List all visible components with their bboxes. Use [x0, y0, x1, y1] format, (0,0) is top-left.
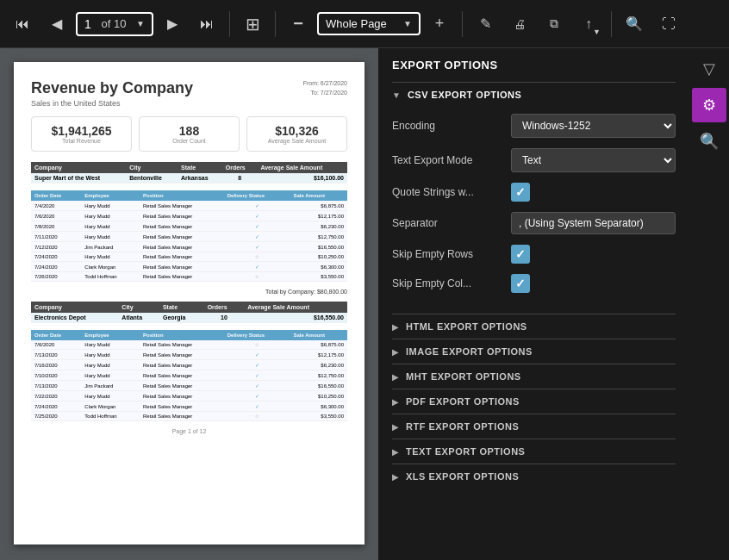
- main-toolbar: ⏮ ◀ 1 of 10 ▼ ▶ ⏭ ⊞ − Whole Page ▼ + ✎ 🖨…: [0, 0, 729, 48]
- separator-input[interactable]: [511, 212, 676, 234]
- text-toggle-icon: ▶: [392, 447, 399, 457]
- pdf-report-subtitle: Sales in the United States: [31, 99, 193, 108]
- main-area: Revenue by Company Sales in the United S…: [0, 48, 729, 560]
- page-dropdown-icon: ▼: [136, 19, 145, 28]
- pdf-section-header[interactable]: ▶ PDF EXPORT OPTIONS: [392, 389, 676, 414]
- encoding-label: Encoding: [392, 120, 504, 132]
- quote-strings-row: Quote Strings w... ✓: [392, 183, 676, 202]
- skip-empty-rows-label: Skip Empty Rows: [392, 248, 504, 260]
- pdf-metrics-row: $1,941,265 Total Revenue 188 Order Count…: [31, 116, 347, 152]
- first-page-button[interactable]: ⏮: [7, 9, 38, 40]
- zoom-selector[interactable]: Whole Page ▼: [317, 12, 421, 35]
- print-button[interactable]: 🖨: [504, 9, 535, 40]
- encoding-row: Encoding Windows-1252 UTF-8 UTF-16 ASCII: [392, 114, 676, 138]
- export-button[interactable]: ↑ ▼: [573, 9, 604, 40]
- pdf-section-label: PDF EXPORT OPTIONS: [406, 396, 520, 407]
- divider-2: [275, 11, 276, 37]
- html-section-label: HTML EXPORT OPTIONS: [406, 321, 527, 332]
- page-current-label: 1: [84, 17, 91, 31]
- search-button[interactable]: 🔍: [619, 9, 650, 40]
- pdf-metric-orders: 188 Order Count: [139, 116, 240, 152]
- right-panel-area: EXPORT OPTIONS ▼ CSV EXPORT OPTIONS Enco…: [378, 48, 729, 560]
- filter-icon: ▽: [703, 59, 715, 78]
- thumbnails-button[interactable]: ⊞: [237, 9, 268, 40]
- edit-button[interactable]: ✎: [470, 9, 501, 40]
- pdf-date-from: From: 6/27/2020: [303, 79, 347, 89]
- search-side-button[interactable]: 🔍: [692, 124, 726, 159]
- xls-section-header[interactable]: ▶ XLS EXPORT OPTIONS: [392, 464, 676, 488]
- image-section-header[interactable]: ▶ IMAGE EXPORT OPTIONS: [392, 339, 676, 364]
- pdf-metric-revenue: $1,941,265 Total Revenue: [31, 116, 132, 152]
- text-export-mode-select[interactable]: Text Value DisplayText: [511, 148, 676, 172]
- mht-section-header[interactable]: ▶ MHT EXPORT OPTIONS: [392, 364, 676, 389]
- rtf-toggle-icon: ▶: [392, 422, 399, 432]
- divider-4: [611, 11, 612, 37]
- image-toggle-icon: ▶: [392, 347, 399, 357]
- pdf-preview-area: Revenue by Company Sales in the United S…: [0, 48, 378, 560]
- xls-toggle-icon: ▶: [392, 472, 399, 482]
- export-options-panel: EXPORT OPTIONS ▼ CSV EXPORT OPTIONS Enco…: [378, 48, 689, 560]
- zoom-value-label: Whole Page: [326, 17, 387, 30]
- xls-section-label: XLS EXPORT OPTIONS: [406, 471, 519, 482]
- fullscreen-button[interactable]: ⛶: [653, 9, 684, 40]
- pdf-metric-average: $10,326 Average Sale Amount: [246, 116, 347, 152]
- encoding-select[interactable]: Windows-1252 UTF-8 UTF-16 ASCII: [511, 114, 676, 138]
- csv-section-label: CSV EXPORT OPTIONS: [408, 90, 521, 100]
- skip-empty-cols-label: Skip Empty Col...: [392, 277, 504, 289]
- divider-3: [462, 11, 463, 37]
- print-layout-button[interactable]: ⧉: [539, 9, 570, 40]
- pdf-table-group2: Company City State Orders Average Sale A…: [31, 302, 347, 323]
- text-export-mode-label: Text Export Mode: [392, 154, 504, 166]
- rtf-section-header[interactable]: ▶ RTF EXPORT OPTIONS: [392, 414, 676, 439]
- prev-page-button[interactable]: ◀: [41, 9, 72, 40]
- pdf-report-title: Revenue by Company: [31, 79, 193, 97]
- quote-strings-checkbox[interactable]: ✓: [511, 183, 530, 202]
- pdf-toggle-icon: ▶: [392, 397, 399, 407]
- mht-toggle-icon: ▶: [392, 372, 399, 382]
- text-export-mode-row: Text Export Mode Text Value DisplayText: [392, 148, 676, 172]
- csv-section-content: Encoding Windows-1252 UTF-8 UTF-16 ASCII…: [392, 107, 676, 314]
- skip-empty-cols-check-icon: ✓: [515, 277, 526, 290]
- html-toggle-icon: ▶: [392, 322, 399, 332]
- skip-empty-rows-checkbox[interactable]: ✓: [511, 245, 530, 264]
- page-selector[interactable]: 1 of 10 ▼: [76, 12, 153, 36]
- zoom-out-button[interactable]: −: [283, 9, 314, 40]
- pdf-footer: Page 1 of 12: [31, 428, 347, 434]
- side-icon-bar: ▽ ⚙ 🔍: [689, 48, 729, 560]
- separator-row: Separator: [392, 212, 676, 234]
- pdf-detail-table1: Order Date Employee Position Delivery St…: [31, 190, 347, 282]
- divider-1: [229, 11, 230, 37]
- zoom-dropdown-icon: ▼: [403, 19, 412, 28]
- filter-side-button[interactable]: ▽: [692, 52, 726, 86]
- page-total-label: of 10: [101, 17, 126, 30]
- skip-empty-rows-row: Skip Empty Rows ✓: [392, 245, 676, 264]
- rtf-section-label: RTF EXPORT OPTIONS: [406, 421, 519, 432]
- pdf-detail-table2: Order Date Employee Position Delivery St…: [31, 330, 347, 421]
- pdf-date-to: To: 7/27/2020: [303, 89, 347, 98]
- gear-side-button[interactable]: ⚙: [692, 88, 726, 122]
- pdf-page: Revenue by Company Sales in the United S…: [14, 62, 364, 544]
- last-page-button[interactable]: ⏭: [191, 9, 222, 40]
- export-panel-title: EXPORT OPTIONS: [392, 59, 676, 72]
- quote-strings-check-icon: ✓: [515, 185, 526, 199]
- image-section-label: IMAGE EXPORT OPTIONS: [406, 346, 533, 357]
- csv-section-header[interactable]: ▼ CSV EXPORT OPTIONS: [392, 82, 676, 107]
- next-page-button[interactable]: ▶: [157, 9, 188, 40]
- skip-empty-rows-check-icon: ✓: [515, 247, 526, 261]
- quote-strings-label: Quote Strings w...: [392, 186, 504, 198]
- gear-icon: ⚙: [702, 96, 716, 115]
- text-section-header[interactable]: ▶ TEXT EXPORT OPTIONS: [392, 439, 676, 464]
- skip-empty-cols-checkbox[interactable]: ✓: [511, 274, 530, 293]
- mht-section-label: MHT EXPORT OPTIONS: [406, 371, 521, 382]
- skip-empty-cols-row: Skip Empty Col... ✓: [392, 274, 676, 293]
- search-icon: 🔍: [700, 132, 719, 151]
- separator-label: Separator: [392, 217, 504, 229]
- pdf-table-group1: Company City State Orders Average Sale A…: [31, 162, 347, 184]
- html-section-header[interactable]: ▶ HTML EXPORT OPTIONS: [392, 314, 676, 339]
- zoom-in-button[interactable]: +: [424, 9, 455, 40]
- csv-toggle-icon: ▼: [392, 90, 401, 100]
- text-section-label: TEXT EXPORT OPTIONS: [406, 446, 525, 457]
